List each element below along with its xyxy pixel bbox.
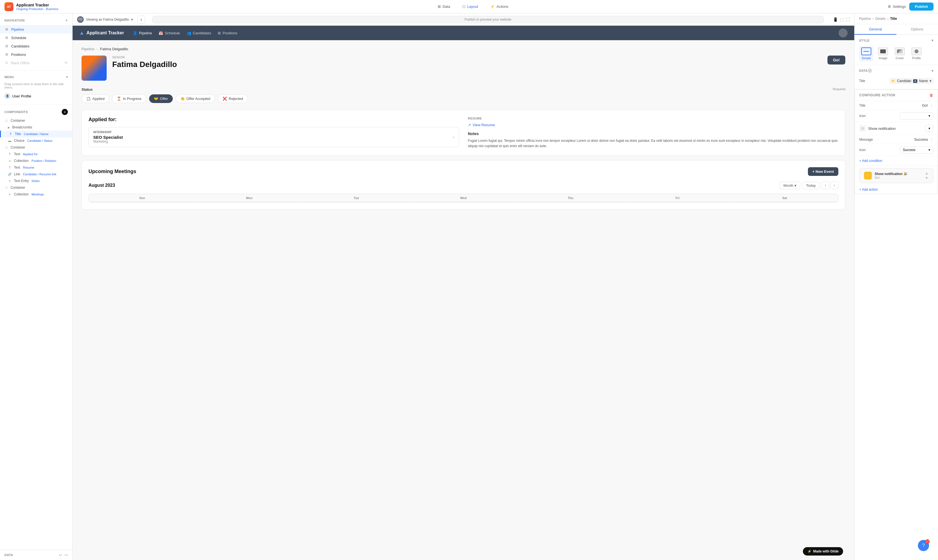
resume-label: RESUME: [468, 117, 838, 120]
comp-collection-position[interactable]: ≡ Collection Position / Relation: [0, 157, 72, 164]
config-title-dots[interactable]: ⋮: [930, 103, 933, 108]
sidebar-item-candidates[interactable]: ⊞ Candidates: [0, 42, 72, 50]
go-button[interactable]: Go!: [827, 55, 845, 65]
config-iconval-dropdown[interactable]: Success ▾: [900, 146, 933, 154]
candidates-nav-icon: 👥: [187, 31, 191, 35]
calendar-today-button[interactable]: Today: [802, 182, 820, 189]
style-option-simple[interactable]: Simple: [859, 46, 873, 62]
status-pill-inprogress[interactable]: ⏳ In Progress: [112, 94, 146, 103]
tab-general[interactable]: General: [855, 24, 896, 35]
style-option-image[interactable]: Image: [876, 46, 890, 62]
nav-data[interactable]: ⊞ Data: [435, 3, 453, 10]
style-collapse-icon[interactable]: ▾: [932, 38, 933, 42]
comp-textentry-notes[interactable]: ≡ Text Entry Notes: [0, 178, 72, 184]
sidebar-item-backoffice[interactable]: ⊞ Back Office 👁: [0, 58, 72, 67]
status-pill-rejected[interactable]: ❌ Rejected: [218, 94, 248, 103]
status-pill-offer[interactable]: 🤝 Offer: [149, 94, 173, 103]
config-message-label: Message: [859, 138, 873, 142]
meetings-title: Upcoming Meetings: [89, 169, 136, 174]
app-nav-positions[interactable]: ⊞ Positions: [218, 31, 237, 35]
sidebar-item-schedule[interactable]: ⊞ Schedule: [0, 34, 72, 42]
comp-container-1[interactable]: □ Container: [0, 117, 72, 124]
tab-options[interactable]: Options: [896, 24, 938, 35]
undo-button[interactable]: ↩: [59, 553, 62, 557]
style-option-profile[interactable]: Profile: [909, 46, 924, 62]
app-nav-candidates[interactable]: 👥 Candidates: [187, 31, 211, 35]
comp-choice[interactable]: ▬ Choice Candidate / Status: [0, 137, 72, 144]
navigation-section: NAVIGATION + ⊞ Pipeline ⊞ Schedule ⊞ Can…: [0, 14, 72, 71]
comp-breadcrumbs[interactable]: ▶ Breadcrumbs: [0, 124, 72, 131]
preview-back-button[interactable]: ‹: [137, 15, 145, 23]
preview-viewer[interactable]: FD Viewing as Fatima Delgadillo ▾: [77, 16, 133, 23]
app-nav-pipeline[interactable]: 👤 Pipeline: [133, 31, 152, 35]
calendar-view-dropdown[interactable]: Month ▾: [780, 182, 800, 189]
comp-container-2[interactable]: □ Container: [0, 144, 72, 151]
sidebar-item-user-profile[interactable]: 👤 User Profile: [0, 91, 72, 101]
position-arrow-icon: ›: [453, 135, 454, 139]
comp-container-3[interactable]: □ Container: [0, 184, 72, 191]
action-reorder-icon[interactable]: ▲ ▼: [925, 171, 929, 180]
action-item-notification[interactable]: ⚡ Show notification 🎉 Go! ▲ ▼: [859, 168, 933, 183]
position-card[interactable]: INTERNSHIP SEO Specialist Marketing ›: [89, 127, 459, 147]
data-collapse-icon[interactable]: ▾: [932, 69, 933, 73]
fullscreen-icon[interactable]: ⛶: [846, 17, 850, 22]
app-info: Applicant Tracker Ongoing Production · B…: [16, 3, 58, 11]
add-action-button[interactable]: + Add action: [855, 185, 938, 194]
config-delete-icon[interactable]: 🗑: [929, 93, 933, 97]
style-option-cover[interactable]: Cover: [892, 46, 907, 62]
calendar-next-button[interactable]: ›: [830, 182, 838, 189]
data-info-icon[interactable]: i: [868, 68, 872, 73]
sidebar-item-positions[interactable]: ⊞ Positions: [0, 50, 72, 58]
publish-button[interactable]: Publish: [909, 3, 933, 11]
expand-arrow-icon: ▶: [8, 126, 10, 129]
app-nav-avatar[interactable]: [839, 28, 847, 37]
line-decoration: [863, 51, 869, 52]
right-breadcrumb-details[interactable]: Details: [875, 17, 886, 21]
components-add-button[interactable]: +: [62, 109, 68, 115]
notification-dropdown[interactable]: ▾: [926, 125, 933, 132]
glide-icon: ⚡: [807, 549, 812, 553]
cal-header-thu: Thu: [517, 194, 624, 202]
meetings-header: Upcoming Meetings + New Event: [89, 167, 838, 176]
nav-layout[interactable]: ⬡ Layout: [460, 3, 481, 10]
status-section: Status Required 📋 Applied ⏳ In Progress: [81, 88, 845, 103]
menu-section-header: MENU ▾: [0, 74, 72, 81]
comp-collection-meetings[interactable]: ≡ Collection Meetings: [0, 191, 72, 198]
comp-title[interactable]: T Title Candidate / Name: [0, 131, 72, 137]
config-iconval-row: Icon Success ▾: [855, 144, 938, 156]
redo-button[interactable]: ↪: [65, 553, 68, 557]
config-icon-dropdown[interactable]: ▾: [900, 112, 933, 120]
comp-text-resume[interactable]: T Text Resume: [0, 164, 72, 171]
status-pill-offeraccepted[interactable]: 👏 Offer Accepted: [175, 94, 215, 103]
right-breadcrumb-pipeline[interactable]: Pipeline: [859, 17, 871, 21]
settings-button[interactable]: ⚙ Settings: [888, 5, 906, 9]
data-title-value[interactable]: 📁 Candidat› A Name ▾: [889, 78, 933, 84]
preview-url-bar[interactable]: Publish to preview your website: [152, 16, 824, 23]
status-pill-applied[interactable]: 📋 Applied: [81, 94, 109, 103]
app-nav-schedule[interactable]: 📅 Schedule: [158, 31, 180, 35]
left-bottom-bar: DATA ↩ ↪: [0, 550, 72, 560]
calendar-nav: ‹ ›: [821, 182, 838, 189]
help-button[interactable]: ? 17: [918, 540, 929, 551]
comp-text-applied[interactable]: T Text Applied for:: [0, 151, 72, 157]
comp-link-resume[interactable]: 🔗 Link Candidate / Resume link: [0, 171, 72, 178]
desktop-view-icon[interactable]: ⬚: [840, 17, 844, 22]
sidebar-item-pipeline[interactable]: ⊞ Pipeline: [0, 25, 72, 34]
inprogress-icon: ⏳: [117, 97, 121, 101]
notification-icon: □: [859, 125, 866, 132]
user-avatar-icon: 👤: [5, 93, 10, 99]
layout-icon: ⬡: [462, 5, 465, 9]
mobile-view-icon[interactable]: 📱: [833, 17, 838, 22]
new-event-button[interactable]: + New Event: [808, 167, 838, 176]
calendar-prev-button[interactable]: ‹: [821, 182, 829, 189]
add-condition-button[interactable]: + Add condition: [859, 159, 933, 163]
nav-actions[interactable]: ⚡ Actions: [487, 3, 511, 10]
config-message-dots[interactable]: ⋮: [930, 137, 933, 142]
menu-note: Drag screens here to show them in the si…: [0, 81, 72, 91]
config-title-value: Go! ⋮: [922, 103, 933, 108]
help-button-container: ? 17: [923, 545, 933, 555]
resume-link[interactable]: ↗ View Resume: [468, 123, 838, 127]
nav-add-icon[interactable]: +: [65, 18, 68, 23]
main-layout: NAVIGATION + ⊞ Pipeline ⊞ Schedule ⊞ Can…: [0, 14, 938, 560]
config-title: CONFIGURE ACTION: [859, 93, 895, 97]
